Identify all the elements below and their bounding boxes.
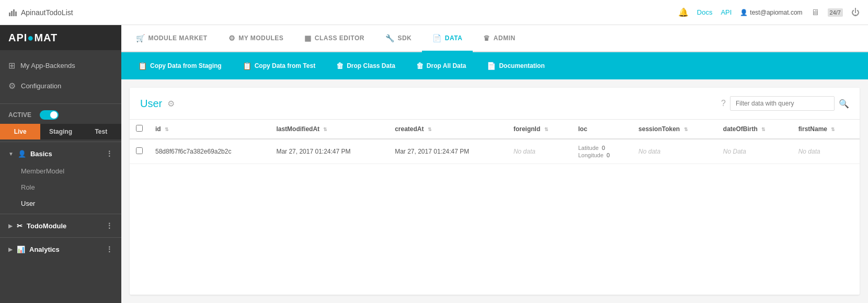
svg-rect-2 xyxy=(13,9,15,16)
data-table: id ⇅ lastModifiedAt ⇅ createdAt ⇅ xyxy=(130,120,860,164)
trash-icon-2: 🗑 xyxy=(416,62,424,70)
tab-label: CLASS EDITOR xyxy=(315,34,364,42)
env-tab-staging[interactable]: Staging xyxy=(40,124,81,139)
copy-data-from-staging-button[interactable]: 📋 Copy Data from Staging xyxy=(130,57,230,74)
env-tab-test[interactable]: Test xyxy=(81,124,121,139)
env-tabs: Live Staging Test xyxy=(0,124,121,139)
copy-data-from-test-button[interactable]: 📋 Copy Data from Test xyxy=(234,57,324,74)
btn-label: Documentation xyxy=(499,62,544,69)
doc-icon: 📄 xyxy=(432,34,442,42)
tab-module-market[interactable]: 🛒 MODULE MARKET xyxy=(125,25,218,52)
table-header-row: User ⚙ ? 🔍 xyxy=(130,88,860,120)
bell-icon[interactable]: 🔔 xyxy=(678,7,689,17)
row-loc-cell: Latitude 0 Longitude 0 xyxy=(572,139,632,164)
tab-sdk[interactable]: 🔧 SDK xyxy=(375,25,422,52)
tab-admin[interactable]: ♛ ADMIN xyxy=(473,25,526,52)
gear-icon: ⚙ xyxy=(229,34,236,42)
row-sessiontoken-value: No data xyxy=(638,148,660,155)
more-icon[interactable]: ⋮ xyxy=(106,149,113,158)
btn-label: Drop Class Data xyxy=(347,62,395,69)
tab-label: SDK xyxy=(397,34,412,42)
user-email-label: test@apiomat.com xyxy=(750,9,802,16)
sidebar-group-header-todo[interactable]: ▶ ✂ TodoModule ⋮ xyxy=(0,216,121,235)
loc-latitude-row: Latitude 0 xyxy=(578,145,626,151)
sidebar: API●MAT ⊞ My App-Backends ⚙ Configuratio… xyxy=(0,25,121,303)
row-lastmodified-value: Mar 27, 2017 01:24:47 PM xyxy=(276,148,350,155)
row-checkbox[interactable] xyxy=(136,147,143,154)
more-icon-analytics[interactable]: ⋮ xyxy=(106,245,113,253)
table-search: ? 🔍 xyxy=(721,96,849,111)
table-header: id ⇅ lastModifiedAt ⇅ createdAt ⇅ xyxy=(130,120,860,139)
sidebar-sub-item-member-model[interactable]: MemberModel xyxy=(0,163,121,179)
latitude-value: 0 xyxy=(602,145,605,151)
tab-data[interactable]: 📄 DATA xyxy=(422,25,473,52)
sidebar-sub-item-user[interactable]: User xyxy=(0,195,121,212)
col-dateOfBirth: dateOfBirth ⇅ xyxy=(717,120,792,139)
chevron-right-icon-analytics: ▶ xyxy=(8,247,13,252)
svg-rect-3 xyxy=(15,11,17,16)
gear-icon: ⚙ xyxy=(8,81,16,91)
search-icon[interactable]: 🔍 xyxy=(839,99,849,109)
col-id: id ⇅ xyxy=(149,120,270,139)
sidebar-group-header-basics[interactable]: ▼ 👤 Basics ⋮ xyxy=(0,144,121,163)
filter-input[interactable] xyxy=(730,96,835,111)
support-icon[interactable]: 24/7 xyxy=(828,8,843,17)
chevron-right-icon: ▶ xyxy=(8,223,13,229)
more-icon-todo[interactable]: ⋮ xyxy=(106,222,113,230)
api-link[interactable]: API xyxy=(721,8,732,16)
drop-class-data-button[interactable]: 🗑 Drop Class Data xyxy=(328,57,404,74)
group-header-left-todo: ▶ ✂ TodoModule xyxy=(8,222,66,230)
table-settings-icon[interactable]: ⚙ xyxy=(167,99,175,109)
table-title-container: User ⚙ xyxy=(140,98,175,110)
copy-icon-1: 📋 xyxy=(138,62,147,70)
svg-rect-1 xyxy=(11,11,13,16)
sidebar-group-header-analytics[interactable]: ▶ 📊 Analytics ⋮ xyxy=(0,240,121,259)
sort-icon: ⇅ xyxy=(831,127,835,132)
row-firstname-cell: No data xyxy=(792,139,860,164)
monitor-icon[interactable]: 🖥 xyxy=(811,8,819,17)
sidebar-item-my-app-backends[interactable]: ⊞ My App-Backends xyxy=(0,55,121,76)
row-dateofbirth-cell: No Data xyxy=(717,139,792,164)
documentation-button[interactable]: 📄 Documentation xyxy=(478,57,553,74)
group-header-left-analytics: ▶ 📊 Analytics xyxy=(8,246,60,253)
grid-icon: ⊞ xyxy=(8,61,15,71)
sidebar-active-status: ACTIVE xyxy=(0,106,121,124)
content-area: 🛒 MODULE MARKET ⚙ MY MODULES ▦ CLASS EDI… xyxy=(121,25,868,303)
select-all-checkbox[interactable] xyxy=(136,125,143,132)
loc-longitude-row: Longitude 0 xyxy=(578,152,626,158)
col-sessionToken: sessionToken ⇅ xyxy=(632,120,717,139)
table-title-label: User xyxy=(140,98,162,110)
trash-icon-1: 🗑 xyxy=(336,62,344,70)
checkbox-col-header xyxy=(130,120,149,139)
wrench-icon: 🔧 xyxy=(385,34,395,42)
loc-cell-container: Latitude 0 Longitude 0 xyxy=(578,145,626,158)
group-header-left: ▼ 👤 Basics xyxy=(8,150,52,158)
active-toggle[interactable] xyxy=(40,110,59,120)
sidebar-divider-2 xyxy=(0,142,121,142)
basket-icon: 🛒 xyxy=(136,34,145,42)
row-createdat-value: Mar 27, 2017 01:24:47 PM xyxy=(395,148,469,155)
svg-rect-0 xyxy=(9,13,10,16)
tab-my-modules[interactable]: ⚙ MY MODULES xyxy=(218,25,294,52)
tool-icon: ✂ xyxy=(17,222,22,230)
group-label-todo: TodoModule xyxy=(27,222,66,230)
docs-link[interactable]: Docs xyxy=(697,8,713,16)
sidebar-item-configuration[interactable]: ⚙ Configuration xyxy=(0,76,121,96)
drop-all-data-button[interactable]: 🗑 Drop All Data xyxy=(408,57,475,74)
crown-icon: ♛ xyxy=(483,34,490,42)
help-icon[interactable]: ? xyxy=(721,99,726,108)
row-foreignid-value: No data xyxy=(513,148,535,155)
logo-text: API●MAT xyxy=(8,32,58,44)
doc-icon-sub: 📄 xyxy=(487,62,496,70)
chevron-down-icon: ▼ xyxy=(8,151,14,157)
tab-class-editor[interactable]: ▦ CLASS EDITOR xyxy=(294,25,375,52)
tab-label: DATA xyxy=(445,34,463,42)
sidebar-group-todo: ▶ ✂ TodoModule ⋮ xyxy=(0,216,121,235)
row-id-value: 58d8f67f6c7a382e69a2b2c xyxy=(155,148,231,155)
row-sessiontoken-cell: No data xyxy=(632,139,717,164)
sidebar-sub-item-role[interactable]: Role xyxy=(0,179,121,195)
power-icon[interactable]: ⏻ xyxy=(851,8,860,17)
app-name-label: ApinautTodoList xyxy=(21,8,73,17)
sub-toolbar: 📋 Copy Data from Staging 📋 Copy Data fro… xyxy=(121,52,868,79)
env-tab-live[interactable]: Live xyxy=(0,124,40,139)
